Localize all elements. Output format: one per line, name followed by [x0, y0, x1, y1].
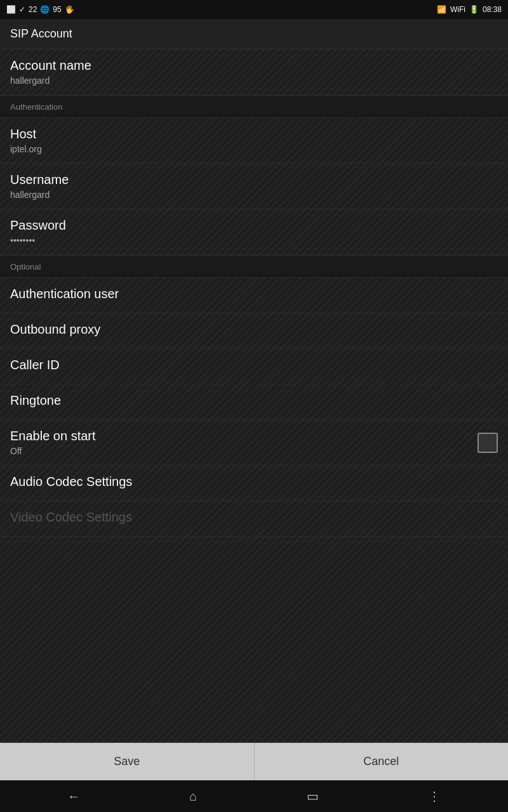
settings-scroll-view[interactable]: Account name hallergard Authentication H…	[0, 49, 508, 742]
password-item[interactable]: Password ••••••••	[0, 209, 508, 255]
recents-button[interactable]: ▭	[300, 782, 325, 810]
bottom-buttons-bar: Save Cancel	[0, 742, 508, 780]
password-label: Password	[10, 218, 498, 233]
notification-count: 22	[29, 5, 37, 14]
wifi-icon: WiFi	[450, 5, 465, 14]
outbound-proxy-label: Outbound proxy	[10, 322, 498, 337]
account-name-value: hallergard	[10, 75, 498, 86]
status-bar: ⬜ ✓ 22 🌐 95 🖐 📶 WiFi 🔋 08:38	[0, 0, 508, 19]
navigation-bar: ← ⌂ ▭ ⋮	[0, 780, 508, 812]
username-item[interactable]: Username hallergard	[0, 164, 508, 209]
account-name-item[interactable]: Account name hallergard	[0, 49, 508, 95]
globe-icon: 🌐	[40, 5, 50, 14]
caller-id-item[interactable]: Caller ID	[0, 349, 508, 384]
status-icons-right: 📶 WiFi 🔋 08:38	[437, 5, 502, 14]
authentication-header-text: Authentication	[10, 102, 62, 112]
battery-icon: 🔋	[469, 5, 479, 14]
menu-button[interactable]: ⋮	[422, 782, 447, 810]
optional-section-header: Optional	[0, 255, 508, 278]
outbound-proxy-item[interactable]: Outbound proxy	[0, 313, 508, 349]
password-value: ••••••••	[10, 235, 498, 246]
app-bar-title: SIP Account	[10, 27, 72, 41]
status-icons-left: ⬜ ✓ 22 🌐 95 🖐	[6, 5, 74, 14]
video-codec-item: Video Codec Settings	[0, 501, 508, 537]
host-label: Host	[10, 127, 498, 141]
authentication-section-header: Authentication	[0, 95, 508, 118]
home-button[interactable]: ⌂	[183, 783, 203, 810]
audio-codec-item[interactable]: Audio Codec Settings	[0, 466, 508, 501]
audio-codec-label: Audio Codec Settings	[10, 475, 498, 489]
username-value: hallergard	[10, 190, 498, 200]
clock: 08:38	[483, 5, 502, 14]
back-button[interactable]: ←	[61, 783, 86, 810]
auth-user-item[interactable]: Authentication user	[0, 278, 508, 313]
battery-percent: 95	[53, 5, 61, 14]
caller-id-label: Caller ID	[10, 358, 498, 372]
app-bar: SIP Account	[0, 19, 508, 49]
enable-on-start-item[interactable]: Enable on start Off	[0, 420, 508, 466]
bluetooth-icon: 📶	[437, 5, 446, 14]
sim-icon: ⬜	[6, 5, 16, 14]
ringtone-item[interactable]: Ringtone	[0, 384, 508, 420]
check-circle-icon: ✓	[19, 5, 25, 14]
enable-on-start-value: Off	[10, 446, 478, 456]
optional-header-text: Optional	[10, 262, 41, 272]
cancel-button[interactable]: Cancel	[255, 743, 509, 780]
auth-user-label: Authentication user	[10, 287, 498, 301]
ringtone-label: Ringtone	[10, 393, 498, 408]
save-button[interactable]: Save	[0, 743, 255, 780]
host-item[interactable]: Host iptel.org	[0, 118, 508, 164]
account-name-label: Account name	[10, 58, 498, 73]
host-value: iptel.org	[10, 144, 498, 154]
enable-on-start-label: Enable on start	[10, 429, 478, 443]
video-codec-label: Video Codec Settings	[10, 510, 498, 525]
username-label: Username	[10, 173, 498, 187]
enable-on-start-checkbox[interactable]	[478, 433, 498, 453]
hand-icon: 🖐	[65, 5, 74, 14]
